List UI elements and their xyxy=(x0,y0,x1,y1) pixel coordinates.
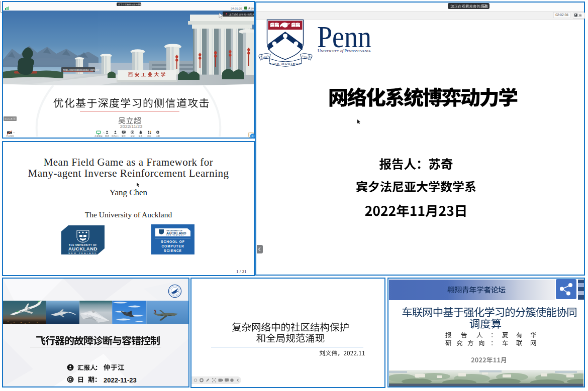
svg-text:AUCKLAND: AUCKLAND xyxy=(68,246,97,251)
svg-text:02:02:36: 02:02:36 xyxy=(555,13,568,17)
svg-text:04:01:20: 04:01:20 xyxy=(231,7,242,10)
svg-text:SINE MORIBUS: SINE MORIBUS xyxy=(270,62,301,65)
svg-text:SCHOOL OF: SCHOOL OF xyxy=(161,240,185,243)
svg-text:http.//gongdapaopao.yanj.cn/: http.//gongdapaopao.yanj.cn/ xyxy=(63,68,100,71)
svg-text:NEW ZEALAND: NEW ZEALAND xyxy=(68,252,97,254)
svg-text:COMPUTER: COMPUTER xyxy=(161,244,184,248)
svg-text:NEW ZEALAND: NEW ZEALAND xyxy=(166,234,184,236)
svg-text:SCIENCE: SCIENCE xyxy=(164,249,182,252)
